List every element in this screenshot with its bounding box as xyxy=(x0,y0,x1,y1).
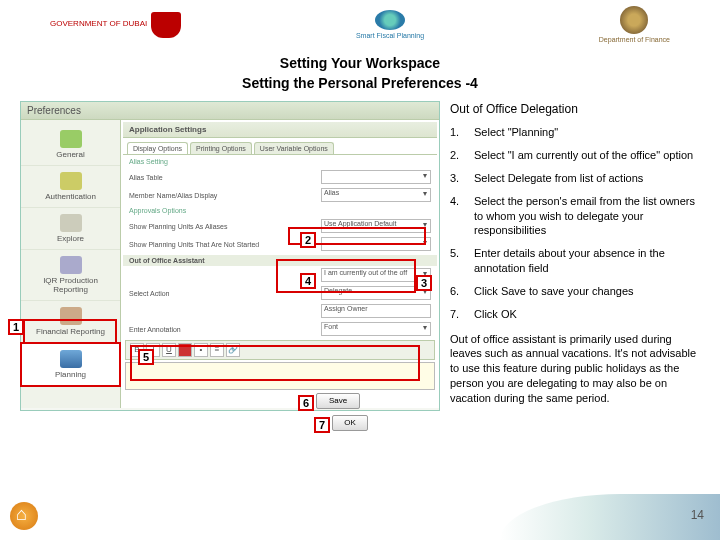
select-action-label: Select Action xyxy=(129,290,317,297)
tab-printing[interactable]: Printing Options xyxy=(190,142,252,154)
underline-button[interactable]: U xyxy=(162,343,176,357)
tab-uservar[interactable]: User Variable Options xyxy=(254,142,334,154)
alias-table-label: Alias Table xyxy=(129,174,317,181)
tabs-row: Display Options Printing Options User Va… xyxy=(123,138,437,155)
step-num: 4. xyxy=(450,194,468,239)
callout-2: 2 xyxy=(300,232,316,248)
gov-dubai-logo: GOVERNMENT OF DUBAI xyxy=(50,12,181,38)
step-num: 3. xyxy=(450,171,468,186)
step-text: Select the person's email from the list … xyxy=(474,194,700,239)
instructions-heading: Out of Office Delegation xyxy=(450,101,700,117)
ooo-status-select[interactable]: I am currently out of the off xyxy=(321,268,431,282)
sidebar-item-label: Authentication xyxy=(45,192,96,201)
indent-button[interactable]: ≡ xyxy=(210,343,224,357)
select-action-dropdown[interactable]: Delegate xyxy=(321,286,431,300)
callout-7: 7 xyxy=(314,417,330,433)
approvals-notstarted-select[interactable] xyxy=(321,237,431,251)
color-button[interactable] xyxy=(178,343,192,357)
step-text: Select Delegate from list of actions xyxy=(474,171,700,186)
assign-owner-input[interactable]: Assign Owner xyxy=(321,304,431,318)
step-text: Select "Planning" xyxy=(474,125,700,140)
callout-6: 6 xyxy=(298,395,314,411)
slide-header: GOVERNMENT OF DUBAI Smart Fiscal Plannin… xyxy=(0,0,720,47)
callout-1: 1 xyxy=(8,319,24,335)
center-logo-text: Smart Fiscal Planning xyxy=(356,32,424,39)
approvals-notstarted-label: Show Planning Units That Are Not Started xyxy=(129,241,317,248)
step-num: 6. xyxy=(450,284,468,299)
gov-dubai-text: GOVERNMENT OF DUBAI xyxy=(50,20,147,29)
save-button[interactable]: Save xyxy=(316,393,360,409)
sidebar-item-label: IQR Production Reporting xyxy=(43,276,98,294)
step-num: 5. xyxy=(450,246,468,276)
sidebar-item-label: Explore xyxy=(57,234,84,243)
link-button[interactable]: 🔗 xyxy=(226,343,240,357)
sidebar-item-iqr[interactable]: IQR Production Reporting xyxy=(21,250,120,301)
step-num: 2. xyxy=(450,148,468,163)
annotation-textarea[interactable] xyxy=(125,362,435,390)
smart-fiscal-logo: Smart Fiscal Planning xyxy=(356,10,424,39)
sidebar-item-planning[interactable]: Planning xyxy=(20,342,121,387)
dof-logo: Department of Finance xyxy=(599,6,670,43)
approvals-alias-select[interactable]: Use Application Default xyxy=(321,219,431,233)
report-icon xyxy=(60,256,82,274)
footer-wave xyxy=(500,494,720,540)
instructions-list: 1.Select "Planning" 2.Select "I am curre… xyxy=(450,125,700,321)
prefs-sidebar: General Authentication Explore IQR Produ… xyxy=(21,120,121,408)
sidebar-item-explore[interactable]: Explore xyxy=(21,208,120,250)
callout-5: 5 xyxy=(138,349,154,365)
approvals-section: Approvals Options xyxy=(123,204,437,217)
planning-icon xyxy=(60,350,82,368)
step-num: 1. xyxy=(450,125,468,140)
globe-icon xyxy=(375,10,405,30)
dof-text: Department of Finance xyxy=(599,36,670,43)
instructions-note: Out of office assistant is primarily use… xyxy=(450,332,700,406)
prefs-body: General Authentication Explore IQR Produ… xyxy=(21,120,439,408)
sidebar-item-auth[interactable]: Authentication xyxy=(21,166,120,208)
sidebar-item-label: General xyxy=(56,150,84,159)
dof-seal-icon xyxy=(620,6,648,34)
step-text: Click OK xyxy=(474,307,700,322)
sidebar-item-general[interactable]: General xyxy=(21,124,120,166)
sidebar-item-finrep[interactable]: Financial Reporting xyxy=(21,301,120,343)
lock-icon xyxy=(60,172,82,190)
font-select[interactable]: Font xyxy=(321,322,431,336)
step-num: 7. xyxy=(450,307,468,322)
callout-3: 3 xyxy=(416,275,432,291)
window-title: Preferences xyxy=(21,102,439,120)
sidebar-item-label: Financial Reporting xyxy=(36,327,105,336)
alias-display-select[interactable]: Alias xyxy=(321,188,431,202)
step-text: Enter details about your absence in the … xyxy=(474,246,700,276)
tab-display[interactable]: Display Options xyxy=(127,142,188,154)
callout-4: 4 xyxy=(300,273,316,289)
page-subtitle: Setting the Personal Preferences -4 xyxy=(0,75,720,91)
prefs-main: Application Settings Display Options Pri… xyxy=(121,120,439,408)
alias-section: Alias Setting xyxy=(123,155,437,168)
alias-table-select[interactable] xyxy=(321,170,431,184)
ok-button[interactable]: OK xyxy=(332,415,368,431)
enter-annotation-label: Enter Annotation xyxy=(129,326,317,333)
screenshot-area: Preferences General Authentication Explo… xyxy=(20,101,440,431)
app-settings-header: Application Settings xyxy=(123,122,437,138)
rich-text-toolbar: B I U • ≡ 🔗 xyxy=(125,340,435,360)
alias-display-label: Member Name/Alias Display xyxy=(129,192,317,199)
preferences-window: Preferences General Authentication Explo… xyxy=(20,101,440,411)
chart-icon xyxy=(60,307,82,325)
folder-icon xyxy=(60,214,82,232)
gear-icon xyxy=(60,130,82,148)
bullet-button[interactable]: • xyxy=(194,343,208,357)
page-number: 14 xyxy=(691,508,704,522)
step-text: Select "I am currently out of the office… xyxy=(474,148,700,163)
approvals-alias-label: Show Planning Units As Aliases xyxy=(129,223,317,230)
instructions-panel: Out of Office Delegation 1.Select "Plann… xyxy=(450,101,700,431)
dubai-emblem-icon xyxy=(151,12,181,38)
step-text: Click Save to save your changes xyxy=(474,284,700,299)
sidebar-item-label: Planning xyxy=(55,370,86,379)
page-title: Setting Your Workspace xyxy=(0,55,720,71)
content-row: Preferences General Authentication Explo… xyxy=(0,101,720,431)
ooo-section: Out of Office Assistant xyxy=(123,255,437,266)
home-icon[interactable] xyxy=(10,502,38,530)
